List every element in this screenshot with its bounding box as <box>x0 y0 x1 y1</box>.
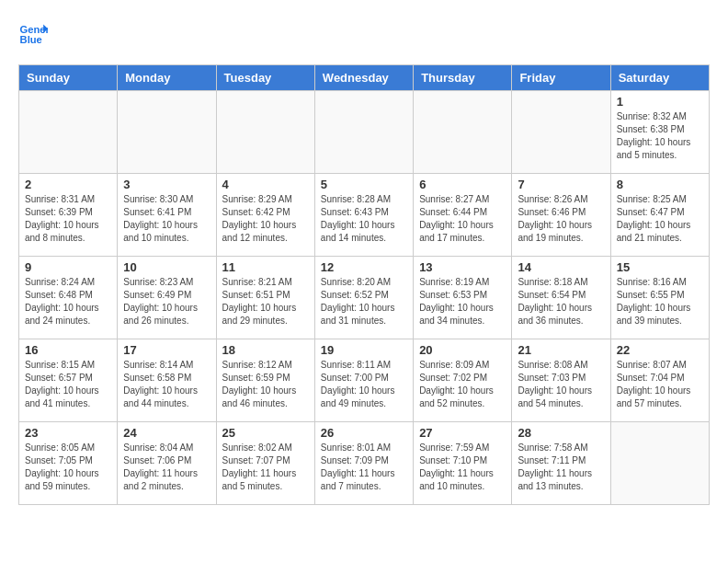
header-sunday: Sunday <box>19 65 118 91</box>
header-wednesday: Wednesday <box>314 65 413 91</box>
calendar-cell: 6Sunrise: 8:27 AM Sunset: 6:44 PM Daylig… <box>414 174 512 257</box>
calendar-cell: 20Sunrise: 8:09 AM Sunset: 7:02 PM Dayli… <box>414 339 512 422</box>
calendar-cell: 26Sunrise: 8:01 AM Sunset: 7:09 PM Dayli… <box>314 422 413 505</box>
day-number: 28 <box>518 426 604 440</box>
day-number: 9 <box>25 260 111 274</box>
day-info: Sunrise: 8:16 AM Sunset: 6:55 PM Dayligh… <box>617 276 703 327</box>
day-number: 21 <box>518 343 604 357</box>
day-info: Sunrise: 8:15 AM Sunset: 6:57 PM Dayligh… <box>25 359 111 410</box>
calendar-cell: 1Sunrise: 8:32 AM Sunset: 6:38 PM Daylig… <box>610 91 709 174</box>
day-number: 3 <box>123 178 210 191</box>
day-number: 14 <box>518 260 604 274</box>
day-info: Sunrise: 8:26 AM Sunset: 6:46 PM Dayligh… <box>518 193 604 245</box>
week-row-3: 16Sunrise: 8:15 AM Sunset: 6:57 PM Dayli… <box>19 339 710 422</box>
calendar-cell <box>610 422 709 505</box>
logo: General Blue <box>18 18 51 48</box>
day-number: 2 <box>25 178 111 191</box>
day-info: Sunrise: 8:29 AM Sunset: 6:42 PM Dayligh… <box>222 193 309 245</box>
calendar-cell <box>414 91 512 174</box>
calendar-cell: 2Sunrise: 8:31 AM Sunset: 6:39 PM Daylig… <box>19 174 118 257</box>
header-friday: Friday <box>512 65 610 91</box>
day-number: 16 <box>25 343 111 357</box>
day-number: 15 <box>617 260 703 274</box>
day-info: Sunrise: 8:12 AM Sunset: 6:59 PM Dayligh… <box>222 359 309 410</box>
day-number: 10 <box>123 260 210 274</box>
header-saturday: Saturday <box>610 65 709 91</box>
header-thursday: Thursday <box>414 65 512 91</box>
calendar-cell <box>118 91 216 174</box>
day-info: Sunrise: 8:31 AM Sunset: 6:39 PM Dayligh… <box>25 193 111 245</box>
day-info: Sunrise: 8:25 AM Sunset: 6:47 PM Dayligh… <box>617 193 703 245</box>
day-number: 22 <box>617 343 703 357</box>
day-number: 23 <box>25 426 111 440</box>
header-monday: Monday <box>118 65 216 91</box>
day-info: Sunrise: 8:07 AM Sunset: 7:04 PM Dayligh… <box>617 359 703 410</box>
calendar-cell: 24Sunrise: 8:04 AM Sunset: 7:06 PM Dayli… <box>118 422 216 505</box>
day-number: 17 <box>123 343 210 357</box>
day-info: Sunrise: 8:19 AM Sunset: 6:53 PM Dayligh… <box>419 276 506 327</box>
calendar-header-row: SundayMondayTuesdayWednesdayThursdayFrid… <box>19 65 710 91</box>
calendar-cell: 23Sunrise: 8:05 AM Sunset: 7:05 PM Dayli… <box>19 422 118 505</box>
week-row-1: 2Sunrise: 8:31 AM Sunset: 6:39 PM Daylig… <box>19 174 710 257</box>
day-number: 8 <box>617 178 703 191</box>
day-info: Sunrise: 8:28 AM Sunset: 6:43 PM Dayligh… <box>321 193 407 245</box>
day-number: 27 <box>419 426 506 440</box>
week-row-0: 1Sunrise: 8:32 AM Sunset: 6:38 PM Daylig… <box>19 91 710 174</box>
calendar-cell: 28Sunrise: 7:58 AM Sunset: 7:11 PM Dayli… <box>512 422 610 505</box>
day-number: 4 <box>222 178 309 191</box>
day-number: 18 <box>222 343 309 357</box>
week-row-2: 9Sunrise: 8:24 AM Sunset: 6:48 PM Daylig… <box>19 257 710 339</box>
day-info: Sunrise: 8:02 AM Sunset: 7:07 PM Dayligh… <box>222 442 309 493</box>
calendar-cell <box>19 91 118 174</box>
day-number: 6 <box>419 178 506 191</box>
day-number: 24 <box>123 426 210 440</box>
calendar-cell: 17Sunrise: 8:14 AM Sunset: 6:58 PM Dayli… <box>118 339 216 422</box>
calendar-cell: 25Sunrise: 8:02 AM Sunset: 7:07 PM Dayli… <box>216 422 314 505</box>
calendar-cell: 22Sunrise: 8:07 AM Sunset: 7:04 PM Dayli… <box>610 339 709 422</box>
day-number: 13 <box>419 260 506 274</box>
calendar-cell: 5Sunrise: 8:28 AM Sunset: 6:43 PM Daylig… <box>314 174 413 257</box>
day-info: Sunrise: 7:59 AM Sunset: 7:10 PM Dayligh… <box>419 442 506 493</box>
calendar-cell: 16Sunrise: 8:15 AM Sunset: 6:57 PM Dayli… <box>19 339 118 422</box>
day-info: Sunrise: 8:05 AM Sunset: 7:05 PM Dayligh… <box>25 442 111 493</box>
calendar: SundayMondayTuesdayWednesdayThursdayFrid… <box>18 64 710 505</box>
calendar-cell: 12Sunrise: 8:20 AM Sunset: 6:52 PM Dayli… <box>314 257 413 339</box>
day-info: Sunrise: 7:58 AM Sunset: 7:11 PM Dayligh… <box>518 442 604 493</box>
svg-text:Blue: Blue <box>20 34 42 45</box>
header-tuesday: Tuesday <box>216 65 314 91</box>
day-info: Sunrise: 8:01 AM Sunset: 7:09 PM Dayligh… <box>321 442 407 493</box>
day-info: Sunrise: 8:04 AM Sunset: 7:06 PM Dayligh… <box>123 442 210 493</box>
calendar-cell: 11Sunrise: 8:21 AM Sunset: 6:51 PM Dayli… <box>216 257 314 339</box>
day-info: Sunrise: 8:30 AM Sunset: 6:41 PM Dayligh… <box>123 193 210 245</box>
day-info: Sunrise: 8:23 AM Sunset: 6:49 PM Dayligh… <box>123 276 210 327</box>
day-number: 5 <box>321 178 407 191</box>
day-number: 11 <box>222 260 309 274</box>
calendar-cell: 27Sunrise: 7:59 AM Sunset: 7:10 PM Dayli… <box>414 422 512 505</box>
day-info: Sunrise: 8:24 AM Sunset: 6:48 PM Dayligh… <box>25 276 111 327</box>
day-number: 19 <box>321 343 407 357</box>
day-info: Sunrise: 8:09 AM Sunset: 7:02 PM Dayligh… <box>419 359 506 410</box>
logo-icon: General Blue <box>18 18 48 48</box>
calendar-cell: 8Sunrise: 8:25 AM Sunset: 6:47 PM Daylig… <box>610 174 709 257</box>
calendar-cell: 13Sunrise: 8:19 AM Sunset: 6:53 PM Dayli… <box>414 257 512 339</box>
calendar-cell: 14Sunrise: 8:18 AM Sunset: 6:54 PM Dayli… <box>512 257 610 339</box>
calendar-cell <box>314 91 413 174</box>
day-info: Sunrise: 8:14 AM Sunset: 6:58 PM Dayligh… <box>123 359 210 410</box>
calendar-cell: 15Sunrise: 8:16 AM Sunset: 6:55 PM Dayli… <box>610 257 709 339</box>
day-info: Sunrise: 8:18 AM Sunset: 6:54 PM Dayligh… <box>518 276 604 327</box>
day-info: Sunrise: 8:08 AM Sunset: 7:03 PM Dayligh… <box>518 359 604 410</box>
day-number: 7 <box>518 178 604 191</box>
day-number: 1 <box>617 95 703 109</box>
calendar-cell <box>512 91 610 174</box>
calendar-cell: 4Sunrise: 8:29 AM Sunset: 6:42 PM Daylig… <box>216 174 314 257</box>
day-info: Sunrise: 8:11 AM Sunset: 7:00 PM Dayligh… <box>321 359 407 410</box>
day-number: 26 <box>321 426 407 440</box>
calendar-cell: 18Sunrise: 8:12 AM Sunset: 6:59 PM Dayli… <box>216 339 314 422</box>
day-number: 20 <box>419 343 506 357</box>
day-info: Sunrise: 8:21 AM Sunset: 6:51 PM Dayligh… <box>222 276 309 327</box>
day-number: 12 <box>321 260 407 274</box>
day-number: 25 <box>222 426 309 440</box>
calendar-cell: 21Sunrise: 8:08 AM Sunset: 7:03 PM Dayli… <box>512 339 610 422</box>
day-info: Sunrise: 8:20 AM Sunset: 6:52 PM Dayligh… <box>321 276 407 327</box>
calendar-cell: 3Sunrise: 8:30 AM Sunset: 6:41 PM Daylig… <box>118 174 216 257</box>
